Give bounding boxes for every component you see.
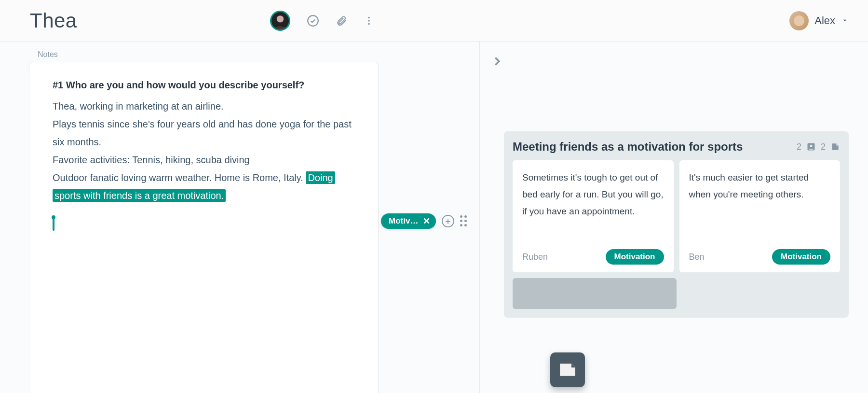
svg-point-4 [368, 23, 370, 25]
insight-cluster: Meeting friends as a motivation for spor… [504, 131, 849, 318]
insight-cards-row: Sometimes it's tough to get out of bed e… [513, 160, 840, 272]
drop-zone[interactable] [513, 278, 677, 309]
cluster-title: Meeting friends as a motivation for spor… [513, 140, 743, 154]
drag-handle-icon[interactable] [460, 215, 467, 227]
subject-avatar[interactable] [270, 11, 290, 31]
highlighted-text[interactable]: sports with friends is a great motivatio… [53, 189, 226, 202]
insight-text: It's much easier to get started when you… [689, 169, 831, 241]
add-tag-button[interactable]: ＋ [442, 215, 454, 227]
insight-tag[interactable]: Motivation [772, 249, 830, 265]
note-heading: #1 Who are you and how would you describ… [53, 80, 355, 91]
insight-text: Sometimes it's tough to get out of bed e… [522, 169, 664, 241]
insight-card[interactable]: Sometimes it's tough to get out of bed e… [513, 160, 674, 272]
highlight-controls: Motiv… ✕ ＋ [381, 213, 467, 229]
user-avatar [789, 11, 809, 30]
insights-column: Meeting friends as a motivation for spor… [480, 42, 868, 393]
cluster-lower-row [513, 278, 840, 309]
notes-column: Notes #1 Who are you and how would you d… [0, 42, 480, 393]
check-circle-icon[interactable] [307, 14, 319, 27]
insight-author: Ruben [522, 252, 548, 262]
main-layout: Notes #1 Who are you and how would you d… [0, 42, 868, 393]
user-name: Alex [814, 14, 835, 27]
people-icon [806, 142, 816, 152]
note-card[interactable]: #1 Who are you and how would you describ… [29, 62, 379, 393]
tag-pill-label: Motiv… [389, 216, 418, 226]
paperclip-icon[interactable] [336, 14, 347, 27]
svg-point-3 [368, 20, 370, 22]
notes-section-label: Notes [38, 50, 479, 59]
chevron-down-icon [841, 14, 849, 27]
app-header: Thea Alex [0, 0, 868, 42]
more-vertical-icon[interactable] [364, 14, 374, 27]
people-count: 2 [797, 142, 801, 152]
insight-tag[interactable]: Motivation [606, 249, 664, 265]
text-caret [53, 216, 54, 231]
note-line: Plays tennis since she's four years old … [53, 119, 352, 147]
cluster-header: Meeting friends as a motivation for spor… [513, 140, 840, 154]
note-body[interactable]: Thea, working in marketing at an airline… [53, 98, 355, 205]
svg-point-1 [308, 15, 318, 26]
note-line: Favorite activities: Tennis, hiking, scu… [53, 154, 250, 165]
document-icon [830, 142, 840, 152]
page-title: Thea [30, 9, 77, 32]
note-line: Outdoor fanatic loving warm weather. Hom… [53, 172, 306, 183]
insight-card[interactable]: It's much easier to get started when you… [679, 160, 841, 272]
cluster-counts: 2 2 [797, 142, 840, 152]
dragging-note-chip[interactable] [550, 352, 585, 387]
note-line: Thea, working in marketing at an airline… [53, 101, 224, 112]
user-menu[interactable]: Alex [789, 11, 849, 30]
insight-author: Ben [689, 252, 705, 262]
svg-point-6 [810, 145, 812, 147]
highlighted-text[interactable]: Doing [306, 171, 335, 184]
header-toolbar [270, 11, 374, 31]
svg-point-0 [277, 15, 284, 22]
doc-count: 2 [821, 142, 826, 152]
tag-pill[interactable]: Motiv… ✕ [381, 213, 436, 229]
svg-point-2 [368, 16, 370, 18]
remove-tag-icon[interactable]: ✕ [423, 217, 430, 225]
